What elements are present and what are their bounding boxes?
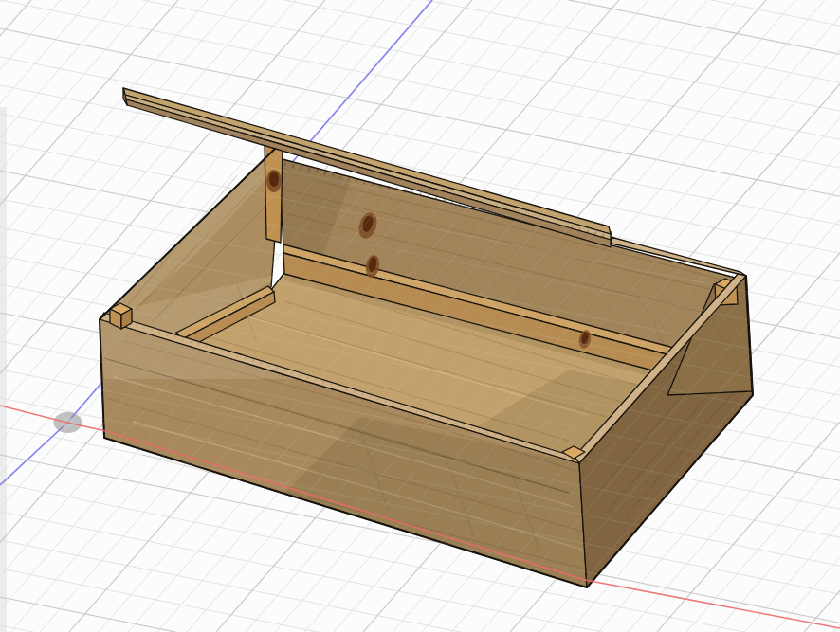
cad-viewport[interactable] bbox=[0, 0, 840, 632]
wood-knot bbox=[269, 172, 279, 187]
viewport-canvas[interactable] bbox=[0, 0, 840, 632]
